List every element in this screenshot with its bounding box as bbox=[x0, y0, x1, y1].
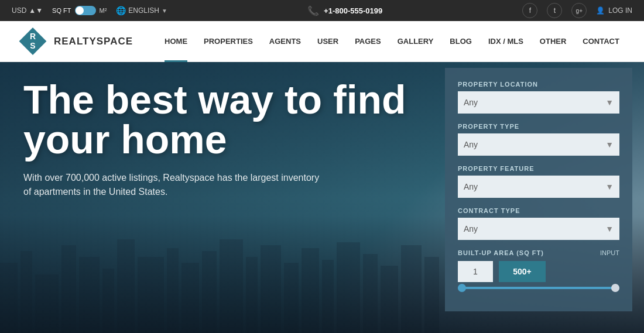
nav-agents[interactable]: AGENTS bbox=[261, 21, 309, 62]
nav-idx-mls[interactable]: IDX / MLS bbox=[480, 21, 532, 62]
phone-icon: 📞 bbox=[307, 5, 319, 16]
area-slider-thumb-left[interactable] bbox=[458, 284, 466, 292]
property-location-select-wrap: Any ▼ bbox=[458, 91, 619, 114]
logo-letters: RS bbox=[30, 32, 36, 50]
language-value: ENGLISH bbox=[128, 6, 159, 15]
brand-name: REALTYSPACE bbox=[54, 36, 133, 47]
toggle-knob bbox=[76, 6, 84, 15]
login-label: LOG IN bbox=[608, 6, 632, 15]
nav-blog[interactable]: BLOG bbox=[441, 21, 480, 62]
facebook-icon[interactable]: f bbox=[522, 3, 537, 18]
topbar-left: USD ▲▼ SQ FT M² 🌐 ENGLISH ▼ bbox=[12, 6, 167, 15]
hero-title: The best way to find your home bbox=[23, 80, 433, 159]
user-icon: 👤 bbox=[596, 6, 605, 15]
contract-type-select[interactable]: Any bbox=[458, 218, 619, 240]
search-panel: PROPERTY LOCATION Any ▼ PROPERTY TYPE An… bbox=[445, 68, 632, 311]
area-label: BUILT-UP AREA (SQ FT) bbox=[458, 249, 544, 256]
topbar-center: 📞 +1-800-555-0199 bbox=[307, 5, 382, 16]
nav-user[interactable]: USER bbox=[309, 21, 347, 62]
property-location-group: PROPERTY LOCATION Any ▼ bbox=[458, 81, 619, 114]
twitter-icon[interactable]: t bbox=[547, 3, 562, 18]
contract-type-group: CONTRACT TYPE Any ▼ bbox=[458, 207, 619, 240]
area-max-input[interactable] bbox=[499, 261, 546, 282]
property-type-group: PROPERTY TYPE Any ▼ bbox=[458, 123, 619, 156]
nav-links: HOME PROPERTIES AGENTS USER PAGES GALLER… bbox=[156, 21, 628, 62]
nav-contact[interactable]: CONTACT bbox=[574, 21, 628, 62]
navbar: RS REALTYSPACE HOME PROPERTIES AGENTS US… bbox=[0, 21, 644, 62]
nav-pages[interactable]: PAGES bbox=[347, 21, 389, 62]
property-type-label: PROPERTY TYPE bbox=[458, 123, 619, 130]
area-group: BUILT-UP AREA (SQ FT) INPUT bbox=[458, 249, 619, 289]
unit-m2[interactable]: M² bbox=[100, 7, 107, 14]
logo-diamond: RS bbox=[18, 26, 48, 57]
property-feature-select-wrap: Any ▼ bbox=[458, 176, 619, 198]
area-input-label: INPUT bbox=[600, 249, 619, 256]
area-slider-thumb-right[interactable] bbox=[611, 284, 619, 292]
area-slider-fill bbox=[458, 287, 619, 289]
globe-icon: 🌐 bbox=[116, 6, 126, 15]
logo[interactable]: RS REALTYSPACE bbox=[18, 26, 133, 57]
property-location-select[interactable]: Any bbox=[458, 91, 619, 114]
hero-content: The best way to find your home With over… bbox=[23, 80, 433, 199]
area-inputs bbox=[458, 261, 619, 282]
currency-value: USD bbox=[12, 6, 26, 15]
property-feature-select[interactable]: Any bbox=[458, 176, 619, 198]
nav-properties[interactable]: PROPERTIES bbox=[196, 21, 261, 62]
currency-arrow: ▲▼ bbox=[29, 6, 43, 15]
language-arrow: ▼ bbox=[162, 8, 167, 14]
googleplus-icon[interactable]: g+ bbox=[571, 3, 587, 18]
property-location-label: PROPERTY LOCATION bbox=[458, 81, 619, 88]
property-feature-label: PROPERTY FEATURE bbox=[458, 165, 619, 172]
currency-selector[interactable]: USD ▲▼ bbox=[12, 6, 43, 15]
nav-home[interactable]: HOME bbox=[156, 21, 196, 62]
nav-other[interactable]: OTHER bbox=[532, 21, 575, 62]
topbar-right: f t g+ 👤 LOG IN bbox=[522, 3, 632, 18]
area-label-row: BUILT-UP AREA (SQ FT) INPUT bbox=[458, 249, 619, 256]
phone-number: +1-800-555-0199 bbox=[324, 6, 382, 15]
unit-sqft[interactable]: SQ FT bbox=[52, 7, 71, 14]
language-selector[interactable]: 🌐 ENGLISH ▼ bbox=[116, 6, 167, 15]
area-min-input[interactable] bbox=[458, 261, 493, 282]
contract-type-label: CONTRACT TYPE bbox=[458, 207, 619, 214]
hero-subtitle: With over 700,000 active listings, Realt… bbox=[23, 171, 328, 199]
property-feature-group: PROPERTY FEATURE Any ▼ bbox=[458, 165, 619, 198]
hero-section: The best way to find your home With over… bbox=[0, 62, 644, 333]
contract-type-select-wrap: Any ▼ bbox=[458, 218, 619, 240]
topbar: USD ▲▼ SQ FT M² 🌐 ENGLISH ▼ 📞 +1-800-555… bbox=[0, 0, 644, 21]
property-type-select[interactable]: Any bbox=[458, 133, 619, 156]
login-button[interactable]: 👤 LOG IN bbox=[596, 6, 632, 15]
property-type-select-wrap: Any ▼ bbox=[458, 133, 619, 156]
area-slider-track bbox=[458, 287, 619, 289]
unit-toggle[interactable] bbox=[75, 6, 96, 15]
nav-gallery[interactable]: GALLERY bbox=[389, 21, 442, 62]
unit-toggle-wrap: SQ FT M² bbox=[52, 6, 107, 15]
